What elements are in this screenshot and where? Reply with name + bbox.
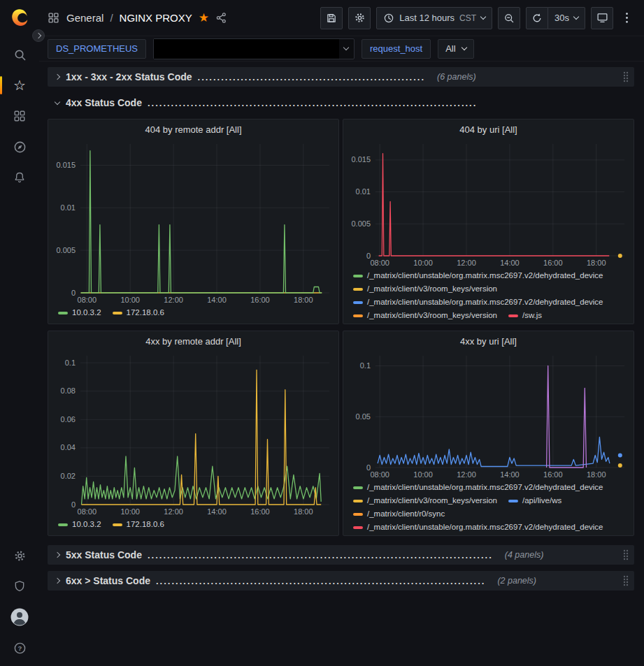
svg-text:10:00: 10:00 <box>120 296 140 304</box>
svg-text:08:00: 08:00 <box>370 259 389 267</box>
legend-label: /_matrix/client/v3/room_keys/version <box>367 309 497 322</box>
chevron-down-icon <box>480 14 486 20</box>
svg-text:0: 0 <box>71 289 76 297</box>
dashboard-title[interactable]: NGINX PROXY <box>120 12 192 24</box>
svg-text:14:00: 14:00 <box>207 507 227 516</box>
chart-area: 00.0050.010.01508:0010:0012:0014:0016:00… <box>343 139 634 269</box>
breadcrumb-folder[interactable]: General <box>66 12 103 24</box>
clock-icon <box>383 13 394 24</box>
svg-text:12:00: 12:00 <box>164 296 183 304</box>
legend-item[interactable]: /sw.js <box>508 309 542 322</box>
legend-color-mark <box>508 500 518 502</box>
panel-title[interactable]: 4xx by uri [All] <box>343 331 634 351</box>
row-6xx-status-code[interactable]: 6xx > Status Code ......................… <box>48 571 634 591</box>
legend-item[interactable]: /_matrix/client/v3/room_keys/version <box>353 282 497 296</box>
legend-item[interactable]: /api/live/ws <box>508 494 561 507</box>
panel-title[interactable]: 404 by remote addr [All] <box>48 120 338 139</box>
sidebar-item-admin[interactable] <box>6 571 34 602</box>
legend-item[interactable]: /_matrix/client/v3/room_keys/version <box>353 309 497 322</box>
legend-item[interactable]: /_matrix/client/unstable/org.matrix.msc2… <box>353 296 603 309</box>
time-series-plot[interactable]: 00.050.108:0010:0012:0014:0016:0018:00 <box>343 351 634 481</box>
legend-label: /sw.js <box>522 309 542 322</box>
drag-handle-icon[interactable] <box>622 71 629 82</box>
legend-color-mark <box>113 312 122 314</box>
legend: 10.0.3.2172.18.0.6 <box>48 518 338 535</box>
time-series-plot[interactable]: 00.020.040.060.080.108:0010:0012:0014:00… <box>48 351 338 518</box>
legend-item[interactable]: 10.0.3.2 <box>58 518 101 531</box>
variable-label-ds-prometheus[interactable]: DS_PROMETHEUS <box>48 39 146 59</box>
save-dashboard-button[interactable] <box>320 7 343 29</box>
share-icon[interactable] <box>215 12 227 24</box>
dashboard-settings-button[interactable] <box>348 7 371 29</box>
legend-label: /_matrix/client/unstable/org.matrix.msc2… <box>367 521 603 534</box>
svg-text:10:00: 10:00 <box>413 259 433 267</box>
datasource-select[interactable] <box>153 38 355 59</box>
zoom-out-button[interactable] <box>498 7 520 29</box>
grafana-logo[interactable] <box>9 7 30 28</box>
legend-color-mark <box>353 486 363 489</box>
chart-area: 00.0050.010.01508:0010:0012:0014:0016:00… <box>48 139 338 306</box>
legend-item[interactable]: /_matrix/client/unstable/org.matrix.msc2… <box>353 521 603 534</box>
legend-item[interactable]: /_matrix/client/unstable/org.matrix.msc2… <box>353 269 603 282</box>
user-avatar[interactable] <box>6 602 34 632</box>
time-range-picker[interactable]: Last 12 hours CST <box>376 7 492 29</box>
legend-label: /_matrix/client/v3/room_keys/version <box>367 494 497 507</box>
search-icon[interactable] <box>6 39 34 70</box>
refresh-button[interactable] <box>526 7 548 29</box>
time-series-plot[interactable]: 00.0050.010.01508:0010:0012:0014:0016:00… <box>343 139 634 269</box>
svg-text:0.1: 0.1 <box>360 361 371 370</box>
svg-text:12:00: 12:00 <box>457 470 476 479</box>
row-title-dots: ........................................… <box>198 72 426 82</box>
sidebar-item-dashboards[interactable] <box>6 101 34 131</box>
sidebar-item-starred[interactable]: ☆ <box>6 70 34 101</box>
sidebar-item-configuration[interactable] <box>6 540 34 571</box>
sidebar-item-explore[interactable] <box>6 131 34 162</box>
row-4xx-status-code[interactable]: 4xx Status Code ........................… <box>48 93 634 113</box>
svg-text:0.05: 0.05 <box>356 412 371 421</box>
favorite-star-icon[interactable]: ★ <box>199 12 209 24</box>
row-1xx-3xx-2xx-status-code[interactable]: 1xx - 3xx - 2xx Status Code ............… <box>48 67 634 87</box>
sidebar-item-help[interactable]: ? <box>6 632 34 663</box>
row-panel-count: (2 panels) <box>497 576 536 586</box>
legend-label: 10.0.3.2 <box>72 518 101 531</box>
request-host-select[interactable]: All <box>438 39 473 59</box>
svg-text:0.015: 0.015 <box>56 161 76 169</box>
svg-text:18:00: 18:00 <box>587 259 606 267</box>
dashboard-canvas: 1xx - 3xx - 2xx Status Code ............… <box>39 61 644 666</box>
legend-color-mark <box>353 275 363 277</box>
main-area: General / NGINX PROXY ★ Last 12 hours <box>39 0 644 666</box>
variable-label-request-host[interactable]: request_host <box>362 39 431 59</box>
legend-label: 10.0.3.2 <box>72 306 101 319</box>
svg-text:0.02: 0.02 <box>61 472 76 480</box>
legend-item[interactable]: 10.0.3.2 <box>58 306 101 319</box>
legend-item[interactable]: /_matrix/client/r0/sync <box>353 507 445 521</box>
breadcrumb: General / NGINX PROXY ★ <box>66 12 227 24</box>
panel-title[interactable]: 4xx by remote addr [All] <box>48 331 338 351</box>
kebab-icon <box>625 12 629 24</box>
row-5xx-status-code[interactable]: 5xx Status Code ........................… <box>48 545 634 565</box>
legend-label: /_matrix/client/unstable/org.matrix.msc2… <box>367 481 603 494</box>
apps-grid-icon[interactable] <box>48 12 59 24</box>
row-title: 5xx Status Code <box>66 549 142 560</box>
refresh-interval-picker[interactable]: 30s <box>548 7 585 29</box>
legend-item[interactable]: /_matrix/client/v3/room_keys/version <box>353 494 497 507</box>
tv-mode-button[interactable] <box>591 7 613 29</box>
svg-text:0.005: 0.005 <box>56 246 76 254</box>
legend-item[interactable]: 172.18.0.6 <box>113 518 164 531</box>
sidebar-collapse-toggle[interactable] <box>32 29 45 42</box>
chevron-down-icon <box>52 102 62 104</box>
svg-text:0.01: 0.01 <box>356 187 371 196</box>
more-options-button[interactable] <box>619 7 634 29</box>
drag-handle-icon[interactable] <box>622 549 629 560</box>
panel-title[interactable]: 404 by uri [All] <box>343 120 634 139</box>
svg-text:0.1: 0.1 <box>65 359 76 367</box>
legend-color-mark <box>58 523 68 526</box>
legend-item[interactable]: 172.18.0.6 <box>113 306 164 319</box>
refresh-icon <box>531 13 543 24</box>
legend-item[interactable]: /_matrix/client/unstable/org.matrix.msc2… <box>353 481 603 494</box>
legend-color-mark <box>508 314 518 317</box>
time-series-plot[interactable]: 00.0050.010.01508:0010:0012:0014:0016:00… <box>48 139 338 306</box>
drag-handle-icon[interactable] <box>622 575 629 586</box>
navbar-actions: Last 12 hours CST 30s <box>320 7 634 29</box>
sidebar-item-alerting[interactable] <box>6 162 34 193</box>
